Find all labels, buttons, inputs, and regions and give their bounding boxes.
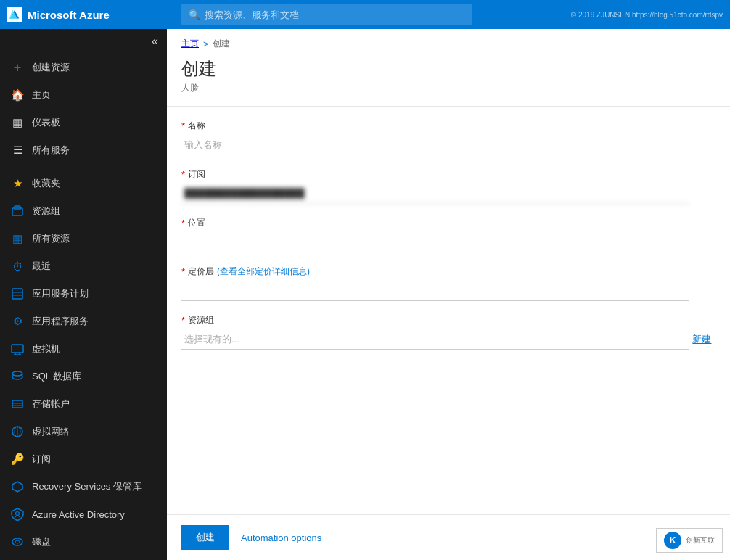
sidebar-item-create-resource[interactable]: + 创建资源 xyxy=(0,54,167,81)
sidebar-item-all-resources[interactable]: ▦ 所有资源 xyxy=(0,225,167,252)
sidebar-item-label: 资源组 xyxy=(32,205,60,218)
svg-rect-7 xyxy=(12,345,23,353)
create-button[interactable]: 创建 xyxy=(181,525,229,550)
dashboard-icon: ▦ xyxy=(10,115,25,130)
pricing-field: * 定价层 (查看全部定价详细信息) xyxy=(181,265,715,301)
sidebar-item-snapshots[interactable]: 快照 xyxy=(0,556,167,560)
location-input[interactable] xyxy=(181,232,689,252)
recovery-icon xyxy=(10,479,25,494)
svg-point-11 xyxy=(12,371,22,376)
page-title-area: 创建 人脸 xyxy=(167,54,730,106)
star-icon: ★ xyxy=(10,176,25,191)
sidebar-item-dashboard[interactable]: ▦ 仪表板 xyxy=(0,109,167,136)
sidebar-item-label: 虚拟网络 xyxy=(32,425,70,438)
sidebar: « + 创建资源 🏠 主页 ▦ 仪表板 ☰ 所有服务 ★ 收藏夹 xyxy=(0,29,167,560)
sidebar-item-label: SQL 数据库 xyxy=(32,370,81,383)
sidebar-collapse-btn[interactable]: « xyxy=(0,29,167,54)
sidebar-item-subscriptions[interactable]: 🔑 订阅 xyxy=(0,445,167,473)
app-services-icon: ⚙ xyxy=(10,314,25,329)
automation-options-button[interactable]: Automation options xyxy=(241,532,321,543)
sidebar-item-label: 虚拟机 xyxy=(32,342,60,355)
sidebar-item-disks[interactable]: 磁盘 xyxy=(0,528,167,556)
svg-point-18 xyxy=(16,512,20,516)
breadcrumb: 主页 > 创建 xyxy=(167,29,730,54)
name-input[interactable] xyxy=(181,135,689,155)
sidebar-item-label: 仪表板 xyxy=(32,116,60,129)
required-star: * xyxy=(181,218,185,228)
sql-icon xyxy=(10,369,25,384)
sidebar-item-label: 所有服务 xyxy=(32,144,70,157)
sidebar-item-label: 所有资源 xyxy=(32,232,70,245)
required-star: * xyxy=(181,120,185,131)
sidebar-item-virtual-machines[interactable]: 虚拟机 xyxy=(0,335,167,363)
sidebar-item-all-services[interactable]: ☰ 所有服务 xyxy=(0,136,167,164)
search-box[interactable]: 🔍 xyxy=(181,4,472,25)
breadcrumb-home[interactable]: 主页 xyxy=(181,38,199,50)
svg-rect-12 xyxy=(12,400,22,408)
list-icon: ☰ xyxy=(10,143,25,157)
subscription-label: * 订阅 xyxy=(181,168,715,181)
required-star: * xyxy=(181,169,185,180)
resource-group-label: * 资源组 xyxy=(181,314,715,326)
plus-icon: + xyxy=(10,60,25,75)
sidebar-item-label: 最近 xyxy=(32,260,51,273)
subscription-input[interactable] xyxy=(181,184,689,204)
all-resources-icon: ▦ xyxy=(10,231,25,246)
sidebar-item-home[interactable]: 🏠 主页 xyxy=(0,81,167,109)
pricing-label: * 定价层 (查看全部定价详细信息) xyxy=(181,265,715,278)
page-subtitle: 人脸 xyxy=(181,82,715,94)
search-input[interactable] xyxy=(205,9,464,20)
key-icon: 🔑 xyxy=(10,452,25,466)
watermark-text: 创新互联 xyxy=(686,535,715,545)
brand-label: Microsoft Azure xyxy=(28,9,110,21)
pricing-link[interactable]: (查看全部定价详细信息) xyxy=(217,265,310,278)
name-label: * 名称 xyxy=(181,120,715,132)
sidebar-item-virtual-networks[interactable]: 虚拟网络 xyxy=(0,418,167,445)
new-resource-group-link[interactable]: 新建 xyxy=(692,333,711,346)
main-content: 主页 > 创建 创建 人脸 * 名称 * 订阅 xyxy=(167,29,730,560)
breadcrumb-current: 创建 xyxy=(213,38,230,50)
resource-group-input[interactable] xyxy=(181,329,689,350)
sidebar-item-recent[interactable]: ⏱ 最近 xyxy=(0,252,167,280)
name-field: * 名称 xyxy=(181,120,715,155)
sidebar-item-label: 应用程序服务 xyxy=(32,315,89,328)
sidebar-item-label: 应用服务计划 xyxy=(32,287,89,300)
sidebar-item-label: Recovery Services 保管库 xyxy=(32,480,142,493)
resource-group-field: * 资源组 新建 xyxy=(181,314,715,350)
sidebar-item-resource-groups[interactable]: 资源组 xyxy=(0,197,167,225)
storage-icon xyxy=(10,397,25,411)
bottom-bar: 创建 Automation options xyxy=(167,514,730,560)
location-field: * 位置 xyxy=(181,217,715,252)
brand: Microsoft Azure xyxy=(7,7,174,22)
sidebar-item-app-service-plan[interactable]: 应用服务计划 xyxy=(0,280,167,308)
svg-rect-4 xyxy=(12,289,22,299)
form-area: * 名称 * 订阅 * 位置 xyxy=(167,106,730,514)
sidebar-item-favorites[interactable]: ★ 收藏夹 xyxy=(0,170,167,197)
search-icon: 🔍 xyxy=(189,9,200,20)
sidebar-item-recovery-services[interactable]: Recovery Services 保管库 xyxy=(0,473,167,501)
sidebar-item-sql-databases[interactable]: SQL 数据库 xyxy=(0,363,167,390)
sidebar-item-storage-accounts[interactable]: 存储帐户 xyxy=(0,390,167,418)
sidebar-item-label: 存储帐户 xyxy=(32,398,70,411)
pricing-input[interactable] xyxy=(181,281,689,301)
sidebar-item-app-services[interactable]: ⚙ 应用程序服务 xyxy=(0,308,167,335)
sidebar-item-label: 主页 xyxy=(32,88,51,102)
disks-icon xyxy=(10,535,25,549)
sidebar-item-label: 订阅 xyxy=(32,453,51,466)
required-star: * xyxy=(181,315,185,326)
app-service-plan-icon xyxy=(10,287,25,301)
sidebar-item-azure-active-directory[interactable]: Azure Active Directory xyxy=(0,501,167,528)
breadcrumb-separator: > xyxy=(203,39,208,49)
aad-icon xyxy=(10,507,25,522)
sidebar-item-label: Azure Active Directory xyxy=(32,509,125,520)
vm-icon xyxy=(10,342,25,356)
watermark: K 创新互联 xyxy=(656,528,723,553)
recent-icon: ⏱ xyxy=(10,259,25,273)
sidebar-item-label: 磁盘 xyxy=(32,535,51,548)
resource-groups-icon xyxy=(10,204,25,218)
home-icon: 🏠 xyxy=(10,88,25,102)
location-label: * 位置 xyxy=(181,217,715,229)
sidebar-item-label: 创建资源 xyxy=(32,61,70,74)
svg-point-20 xyxy=(15,540,20,543)
azure-logo xyxy=(7,7,22,22)
